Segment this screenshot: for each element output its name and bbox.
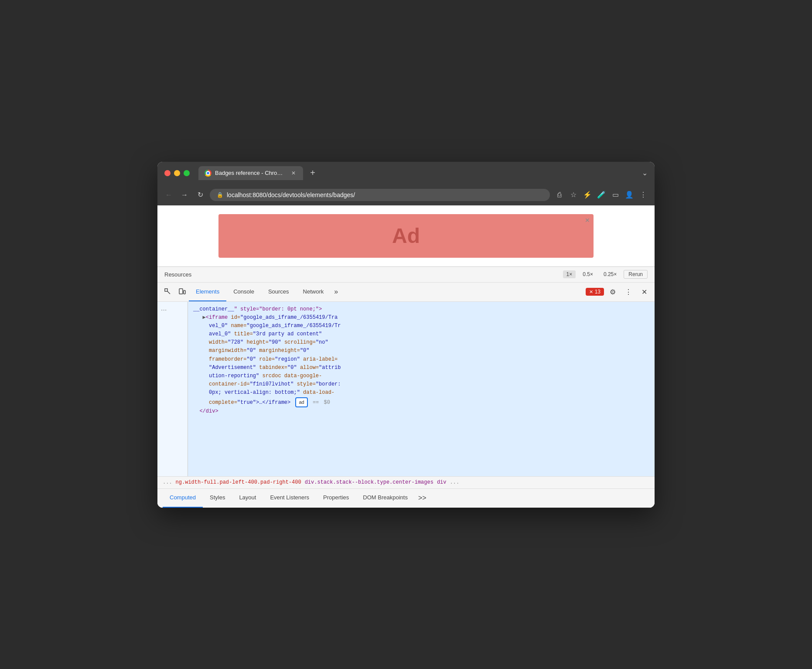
tab-title: Badges reference - Chrome De [215,170,287,176]
resources-label: Resources [164,271,191,278]
breadcrumb-bar: ... ng.width-full.pad-left-400.pad-right… [157,476,655,488]
tab-network[interactable]: Network [296,282,331,301]
back-button[interactable]: ← [163,189,175,201]
tab-menu-icon[interactable]: ⌄ [642,169,648,177]
minimize-button[interactable] [174,170,180,176]
error-icon: ✕ [589,289,593,295]
resource-bar: Resources 1× 0.5× 0.25× Rerun [157,267,655,283]
title-bar: Badges reference - Chrome De ✕ + ⌄ [157,162,655,184]
breadcrumb-item-3[interactable]: div [437,479,447,485]
html-line-10: container-id="f1ni07lvihot" style="borde… [193,380,649,389]
address-input[interactable]: 🔒 localhost:8080/docs/devtools/elements/… [210,189,550,201]
ad-close-button[interactable]: ✕ [585,217,590,224]
bottom-tab-layout[interactable]: Layout [232,488,263,508]
multiplier-025x[interactable]: 0.25× [600,270,620,278]
share-icon[interactable]: ⎙ [553,189,566,201]
rerun-button[interactable]: Rerun [624,270,648,279]
html-line-1: __container__" style="border: 0pt none;"… [193,305,649,314]
multiplier-05x[interactable]: 0.5× [579,270,597,278]
html-line-2: ▶<iframe id="google_ads_iframe_/6355419/… [193,314,649,322]
labs-icon[interactable]: 🧪 [595,189,607,201]
svg-rect-1 [179,289,183,294]
breadcrumb-dots-right[interactable]: ... [450,479,460,485]
tab-console[interactable]: Console [226,282,261,301]
elements-left-panel: ··· [157,302,188,476]
ad-badge: ad [295,397,307,408]
breadcrumb-item-2[interactable]: div.stack.stack--block.type.center-image… [305,479,433,485]
svg-rect-0 [165,289,167,291]
html-line-4: avel_0" title="3rd party ad content" [193,330,649,338]
address-text: localhost:8080/docs/devtools/elements/ba… [227,191,355,198]
device-emulation-button[interactable] [175,285,189,299]
tab-favicon [205,170,212,177]
settings-button[interactable]: ⚙ [606,285,620,299]
tab-close-icon[interactable]: ✕ [290,170,297,177]
html-line-6: marginwidth="0" marginheight="0" [193,347,649,355]
ad-text: Ad [392,224,420,248]
new-tab-button[interactable]: + [307,167,319,179]
bottom-tab-event-listeners[interactable]: Event Listeners [263,488,316,508]
bottom-tab-properties[interactable]: Properties [316,488,356,508]
bottom-tab-dom-breakpoints[interactable]: DOM Breakpoints [356,488,415,508]
profile-icon[interactable]: 👤 [623,189,635,201]
error-badge[interactable]: ✕ 13 [586,288,604,296]
multiplier-controls: 1× 0.5× 0.25× Rerun [563,270,648,279]
html-line-9: ution-reporting" srcdoc data-google- [193,372,649,380]
tab-elements[interactable]: Elements [189,282,226,301]
elements-code-panel[interactable]: __container__" style="border: 0pt none;"… [188,302,655,476]
browser-window: Badges reference - Chrome De ✕ + ⌄ ← → ↻… [157,162,655,508]
breadcrumb-item-1[interactable]: ng.width-full.pad-left-400.pad-right-400 [176,479,301,485]
more-tabs-button[interactable]: » [331,288,341,296]
close-devtools-button[interactable]: ✕ [637,285,651,299]
dollar-zero: $0 [324,399,330,406]
page-content: Ad ✕ [157,205,655,266]
html-line-5: width="728" height="90" scrolling="no" [193,338,649,347]
elements-panel: ··· __container__" style="border: 0pt no… [157,302,655,476]
html-line-13: </div> [193,407,649,416]
lock-icon: 🔒 [217,192,223,198]
tab-bar: Badges reference - Chrome De ✕ + [198,166,637,180]
active-tab[interactable]: Badges reference - Chrome De ✕ [198,166,303,180]
ad-banner: Ad ✕ [218,214,594,258]
address-bar: ← → ↻ 🔒 localhost:8080/docs/devtools/ele… [157,184,655,205]
html-line-11: 0px; vertical-align: bottom;" data-load- [193,389,649,397]
device-icon [178,288,186,296]
maximize-button[interactable] [184,170,190,176]
devtools-actions: ✕ 13 ⚙ ⋮ ✕ [586,285,651,299]
inspect-icon [164,288,172,296]
traffic-lights [164,170,190,176]
more-options-button[interactable]: ⋮ [621,285,635,299]
expand-icon[interactable]: ▶ [203,314,206,321]
close-button[interactable] [164,170,171,176]
html-line-3: vel_0" name="google_ads_iframe_/6355419/… [193,322,649,330]
sidebar-icon[interactable]: ▭ [609,189,621,201]
element-dots: ··· [161,306,167,314]
svg-rect-2 [184,290,185,294]
bottom-tab-styles[interactable]: Styles [203,488,232,508]
breadcrumb-dots-left[interactable]: ... [163,479,172,485]
forward-button[interactable]: → [178,189,191,201]
menu-icon[interactable]: ⋮ [637,189,649,201]
bottom-tabs: Computed Styles Layout Event Listeners P… [157,488,655,508]
address-actions: ⎙ ☆ ⚡ 🧪 ▭ 👤 ⋮ [553,189,649,201]
extension-icon[interactable]: ⚡ [581,189,594,201]
bottom-tab-computed[interactable]: Computed [163,488,203,508]
html-line-7: frameborder="0" role="region" aria-label… [193,355,649,364]
devtools-tabs: Elements Console Sources Network » ✕ 13 … [157,283,655,302]
html-line-12: complete="true">…</iframe> ad == $0 [193,397,649,408]
more-bottom-tabs-button[interactable]: >> [415,488,430,508]
error-count: 13 [595,289,600,295]
devtools-panel: Resources 1× 0.5× 0.25× Rerun [157,266,655,508]
html-line-8: "Advertisement" tabindex="0" allow="attr… [193,364,649,372]
bookmark-icon[interactable]: ☆ [567,189,580,201]
inspect-element-button[interactable] [161,285,175,299]
equals-sign: == [313,399,319,406]
multiplier-1x[interactable]: 1× [563,270,576,278]
reload-button[interactable]: ↻ [194,189,206,201]
tab-sources[interactable]: Sources [261,282,296,301]
